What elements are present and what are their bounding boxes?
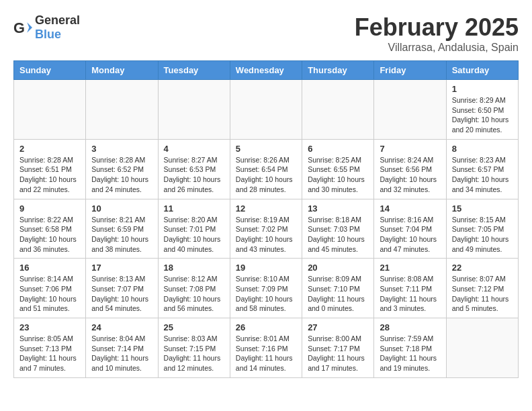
calendar-day-cell: 26Sunrise: 8:01 AM Sunset: 7:16 PM Dayli…	[230, 318, 302, 378]
day-number: 16	[19, 263, 80, 273]
day-number: 26	[236, 322, 296, 332]
day-number: 7	[380, 144, 440, 154]
calendar-day-cell: 17Sunrise: 8:13 AM Sunset: 7:07 PM Dayli…	[86, 259, 158, 318]
day-info: Sunrise: 8:16 AM Sunset: 7:04 PM Dayligh…	[380, 215, 440, 255]
svg-text:G: G	[13, 19, 25, 36]
calendar-day-cell: 12Sunrise: 8:19 AM Sunset: 7:02 PM Dayli…	[230, 199, 302, 259]
logo: G General Blue	[13, 13, 80, 42]
day-number: 11	[164, 203, 224, 214]
weekday-header-saturday: Saturday	[446, 61, 518, 80]
day-info: Sunrise: 8:27 AM Sunset: 6:53 PM Dayligh…	[164, 155, 224, 195]
day-number: 15	[452, 203, 513, 214]
calendar-day-cell: 16Sunrise: 8:14 AM Sunset: 7:06 PM Dayli…	[14, 259, 86, 318]
weekday-header-monday: Monday	[86, 61, 158, 80]
day-info: Sunrise: 8:09 AM Sunset: 7:10 PM Dayligh…	[308, 274, 368, 314]
calendar-day-cell: 15Sunrise: 8:15 AM Sunset: 7:05 PM Dayli…	[446, 199, 518, 259]
day-number: 10	[91, 203, 152, 214]
calendar-week-row: 23Sunrise: 8:05 AM Sunset: 7:13 PM Dayli…	[14, 318, 519, 378]
day-number: 3	[91, 144, 152, 154]
logo-icon: G	[13, 18, 32, 37]
day-info: Sunrise: 8:05 AM Sunset: 7:13 PM Dayligh…	[19, 334, 80, 373]
logo-general-text: General	[35, 13, 80, 27]
svg-marker-1	[27, 22, 32, 33]
day-info: Sunrise: 7:59 AM Sunset: 7:18 PM Dayligh…	[380, 334, 440, 373]
day-number: 14	[380, 203, 440, 214]
day-info: Sunrise: 8:19 AM Sunset: 7:02 PM Dayligh…	[236, 215, 296, 255]
calendar-week-row: 2Sunrise: 8:28 AM Sunset: 6:51 PM Daylig…	[14, 139, 519, 199]
day-number: 4	[164, 144, 224, 154]
day-number: 22	[452, 263, 513, 273]
calendar-day-cell: 7Sunrise: 8:24 AM Sunset: 6:56 PM Daylig…	[374, 139, 446, 199]
calendar-day-cell: 21Sunrise: 8:08 AM Sunset: 7:11 PM Dayli…	[374, 259, 446, 318]
day-info: Sunrise: 8:00 AM Sunset: 7:17 PM Dayligh…	[308, 334, 368, 373]
day-number: 9	[19, 203, 80, 214]
location-subtitle: Villarrasa, Andalusia, Spain	[355, 42, 519, 54]
day-number: 6	[308, 144, 368, 154]
day-number: 12	[236, 203, 296, 214]
calendar-day-cell	[446, 318, 518, 378]
calendar-day-cell: 19Sunrise: 8:10 AM Sunset: 7:09 PM Dayli…	[230, 259, 302, 318]
day-info: Sunrise: 8:01 AM Sunset: 7:16 PM Dayligh…	[236, 334, 296, 373]
day-info: Sunrise: 8:15 AM Sunset: 7:05 PM Dayligh…	[452, 215, 513, 255]
calendar-day-cell: 27Sunrise: 8:00 AM Sunset: 7:17 PM Dayli…	[302, 318, 374, 378]
calendar-day-cell: 18Sunrise: 8:12 AM Sunset: 7:08 PM Dayli…	[158, 259, 230, 318]
weekday-header-row: SundayMondayTuesdayWednesdayThursdayFrid…	[14, 61, 519, 80]
day-number: 13	[308, 203, 368, 214]
calendar-day-cell: 9Sunrise: 8:22 AM Sunset: 6:58 PM Daylig…	[14, 199, 86, 259]
calendar-table: SundayMondayTuesdayWednesdayThursdayFrid…	[13, 60, 519, 378]
day-info: Sunrise: 8:12 AM Sunset: 7:08 PM Dayligh…	[164, 274, 224, 314]
day-info: Sunrise: 8:13 AM Sunset: 7:07 PM Dayligh…	[91, 274, 152, 314]
calendar-day-cell	[158, 80, 230, 140]
title-block: February 2025 Villarrasa, Andalusia, Spa…	[355, 13, 519, 54]
day-info: Sunrise: 8:26 AM Sunset: 6:54 PM Dayligh…	[236, 155, 296, 195]
calendar-week-row: 16Sunrise: 8:14 AM Sunset: 7:06 PM Dayli…	[14, 259, 519, 318]
day-info: Sunrise: 8:10 AM Sunset: 7:09 PM Dayligh…	[236, 274, 296, 314]
day-info: Sunrise: 8:03 AM Sunset: 7:15 PM Dayligh…	[164, 334, 224, 373]
calendar-day-cell: 5Sunrise: 8:26 AM Sunset: 6:54 PM Daylig…	[230, 139, 302, 199]
day-number: 5	[236, 144, 296, 154]
day-info: Sunrise: 8:20 AM Sunset: 7:01 PM Dayligh…	[164, 215, 224, 255]
day-info: Sunrise: 8:23 AM Sunset: 6:57 PM Dayligh…	[452, 155, 513, 195]
calendar-day-cell: 4Sunrise: 8:27 AM Sunset: 6:53 PM Daylig…	[158, 139, 230, 199]
calendar-day-cell: 20Sunrise: 8:09 AM Sunset: 7:10 PM Dayli…	[302, 259, 374, 318]
calendar-day-cell: 28Sunrise: 7:59 AM Sunset: 7:18 PM Dayli…	[374, 318, 446, 378]
month-title: February 2025	[355, 13, 519, 42]
calendar-day-cell	[86, 80, 158, 140]
day-info: Sunrise: 8:25 AM Sunset: 6:55 PM Dayligh…	[308, 155, 368, 195]
day-number: 19	[236, 263, 296, 273]
calendar-week-row: 9Sunrise: 8:22 AM Sunset: 6:58 PM Daylig…	[14, 199, 519, 259]
day-number: 25	[164, 322, 224, 332]
day-info: Sunrise: 8:08 AM Sunset: 7:11 PM Dayligh…	[380, 274, 440, 314]
day-info: Sunrise: 8:28 AM Sunset: 6:51 PM Dayligh…	[19, 155, 80, 195]
calendar-day-cell	[374, 80, 446, 140]
day-number: 28	[380, 322, 440, 332]
calendar-day-cell	[230, 80, 302, 140]
weekday-header-thursday: Thursday	[302, 61, 374, 80]
logo-blue-text: Blue	[35, 28, 61, 41]
day-info: Sunrise: 8:22 AM Sunset: 6:58 PM Dayligh…	[19, 215, 80, 255]
calendar-day-cell	[302, 80, 374, 140]
day-number: 27	[308, 322, 368, 332]
calendar-day-cell: 22Sunrise: 8:07 AM Sunset: 7:12 PM Dayli…	[446, 259, 518, 318]
day-number: 8	[452, 144, 513, 154]
day-info: Sunrise: 8:18 AM Sunset: 7:03 PM Dayligh…	[308, 215, 368, 255]
day-number: 24	[91, 322, 152, 332]
weekday-header-wednesday: Wednesday	[230, 61, 302, 80]
calendar-day-cell	[14, 80, 86, 140]
page-header: G General Blue February 2025 Villarrasa,…	[13, 13, 519, 54]
calendar-day-cell: 1Sunrise: 8:29 AM Sunset: 6:50 PM Daylig…	[446, 80, 518, 140]
calendar-day-cell: 14Sunrise: 8:16 AM Sunset: 7:04 PM Dayli…	[374, 199, 446, 259]
weekday-header-sunday: Sunday	[14, 61, 86, 80]
day-info: Sunrise: 8:04 AM Sunset: 7:14 PM Dayligh…	[91, 334, 152, 373]
weekday-header-tuesday: Tuesday	[158, 61, 230, 80]
calendar-day-cell: 24Sunrise: 8:04 AM Sunset: 7:14 PM Dayli…	[86, 318, 158, 378]
day-info: Sunrise: 8:14 AM Sunset: 7:06 PM Dayligh…	[19, 274, 80, 314]
day-info: Sunrise: 8:28 AM Sunset: 6:52 PM Dayligh…	[91, 155, 152, 195]
calendar-day-cell: 10Sunrise: 8:21 AM Sunset: 6:59 PM Dayli…	[86, 199, 158, 259]
day-number: 23	[19, 322, 80, 332]
day-number: 18	[164, 263, 224, 273]
day-number: 1	[452, 84, 513, 94]
calendar-day-cell: 3Sunrise: 8:28 AM Sunset: 6:52 PM Daylig…	[86, 139, 158, 199]
day-number: 20	[308, 263, 368, 273]
calendar-day-cell: 6Sunrise: 8:25 AM Sunset: 6:55 PM Daylig…	[302, 139, 374, 199]
